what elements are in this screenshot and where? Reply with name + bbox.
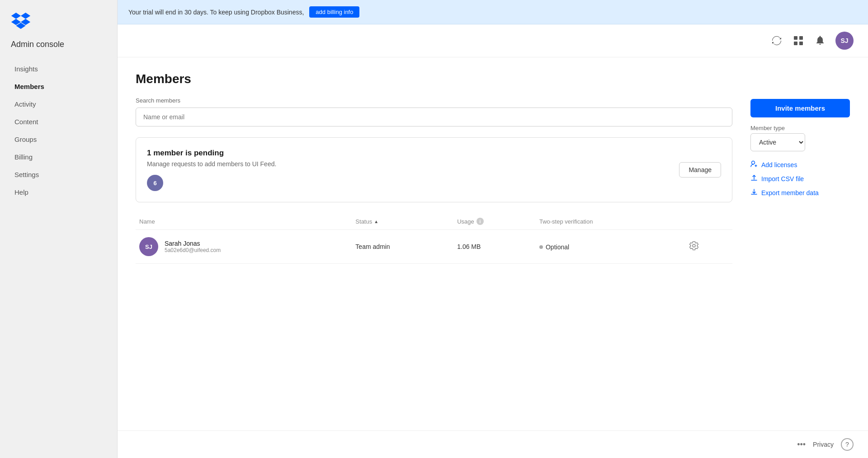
sidebar-item-billing[interactable]: Billing: [4, 149, 113, 165]
topbar: SJ: [118, 24, 868, 57]
table-row: SJ Sarah Jonas 5a02e6d0@uifeed.com Team …: [136, 230, 732, 264]
sidebar-item-help[interactable]: Help: [4, 184, 113, 201]
user-avatar-button[interactable]: SJ: [835, 32, 854, 50]
action-links: Add licenses Import CSV file: [750, 160, 819, 197]
add-licenses-link[interactable]: Add licenses: [750, 160, 819, 169]
help-icon[interactable]: ?: [841, 438, 854, 451]
pending-description: Manage requests to add members to UI Fee…: [147, 160, 276, 168]
trial-banner: Your trial will end in 30 days. To keep …: [118, 0, 868, 24]
export-data-icon: [750, 188, 758, 197]
footer-dots[interactable]: •••: [797, 440, 806, 449]
manage-button[interactable]: Manage: [679, 162, 721, 178]
col-status[interactable]: Status ▲: [352, 213, 453, 230]
content-area: Members Search members 1 member is pendi…: [118, 57, 868, 430]
page-title: Members: [136, 72, 732, 86]
member-type-label: Member type: [750, 125, 805, 131]
col-actions: [684, 213, 732, 230]
member-status-cell: Team admin: [352, 230, 453, 264]
member-usage-cell: 1.06 MB: [453, 230, 536, 264]
col-name: Name: [136, 213, 352, 230]
sidebar-item-content[interactable]: Content: [4, 113, 113, 130]
member-type-select[interactable]: Active Invited Suspended: [750, 133, 805, 151]
member-type-container: Member type Active Invited Suspended: [750, 125, 805, 151]
sidebar-item-activity[interactable]: Activity: [4, 96, 113, 112]
member-settings-button[interactable]: [688, 239, 700, 254]
svg-point-4: [752, 161, 755, 164]
sidebar: Admin console Insights Members Activity …: [0, 0, 118, 458]
refresh-icon[interactable]: [770, 34, 783, 47]
members-table: Name Status ▲ Usage i: [136, 213, 732, 264]
member-twostep-cell: Optional: [536, 230, 684, 264]
bell-icon[interactable]: [814, 34, 826, 47]
pending-box: 1 member is pending Manage requests to a…: [136, 137, 732, 202]
usage-info-icon[interactable]: i: [476, 218, 484, 225]
invite-members-button[interactable]: Invite members: [750, 99, 850, 117]
privacy-link[interactable]: Privacy: [813, 441, 834, 448]
optional-dot: [539, 245, 543, 249]
add-billing-button[interactable]: add billing info: [309, 6, 359, 18]
import-csv-link[interactable]: Import CSV file: [750, 174, 819, 183]
member-avatar: SJ: [139, 237, 158, 256]
svg-rect-0: [794, 36, 797, 40]
sort-icon: ▲: [374, 219, 378, 224]
add-licenses-icon: [750, 160, 758, 169]
member-name-cell: SJ Sarah Jonas 5a02e6d0@uifeed.com: [136, 230, 352, 264]
sidebar-item-settings[interactable]: Settings: [4, 166, 113, 183]
two-step-value: Optional: [546, 243, 569, 251]
grid-icon[interactable]: [792, 34, 805, 47]
trial-message: Your trial will end in 30 days. To keep …: [128, 9, 304, 16]
member-name: Sarah Jonas: [165, 240, 221, 247]
add-licenses-label: Add licenses: [761, 161, 797, 168]
col-usage: Usage i: [453, 213, 536, 230]
main-content: Your trial will end in 30 days. To keep …: [118, 0, 868, 458]
logo-container[interactable]: [0, 0, 117, 40]
svg-rect-2: [794, 42, 797, 45]
dropbox-logo-icon: [11, 13, 31, 29]
right-panel: Invite members Member type Active Invite…: [750, 72, 850, 416]
admin-console-label: Admin console: [0, 40, 117, 60]
import-csv-label: Import CSV file: [761, 175, 804, 182]
export-data-label: Export member data: [761, 189, 819, 196]
member-details: Sarah Jonas 5a02e6d0@uifeed.com: [165, 240, 221, 253]
import-csv-icon: [750, 174, 758, 183]
svg-rect-1: [799, 36, 803, 40]
pending-title: 1 member is pending: [147, 149, 276, 158]
footer: ••• Privacy ?: [118, 430, 868, 458]
content-left: Members Search members 1 member is pendi…: [136, 72, 732, 416]
sidebar-item-members[interactable]: Members: [4, 78, 113, 95]
pending-info: 1 member is pending Manage requests to a…: [147, 149, 276, 191]
search-label: Search members: [136, 97, 732, 104]
svg-rect-3: [799, 42, 803, 45]
member-email: 5a02e6d0@uifeed.com: [165, 247, 221, 253]
search-input[interactable]: [136, 107, 732, 126]
col-two-step: Two-step verification: [536, 213, 684, 230]
pending-avatar: 6: [147, 175, 163, 191]
sidebar-item-groups[interactable]: Groups: [4, 131, 113, 148]
sidebar-nav: Insights Members Activity Content Groups…: [0, 60, 117, 201]
sidebar-item-insights[interactable]: Insights: [4, 61, 113, 77]
member-actions-cell: [684, 230, 732, 264]
export-data-link[interactable]: Export member data: [750, 188, 819, 197]
